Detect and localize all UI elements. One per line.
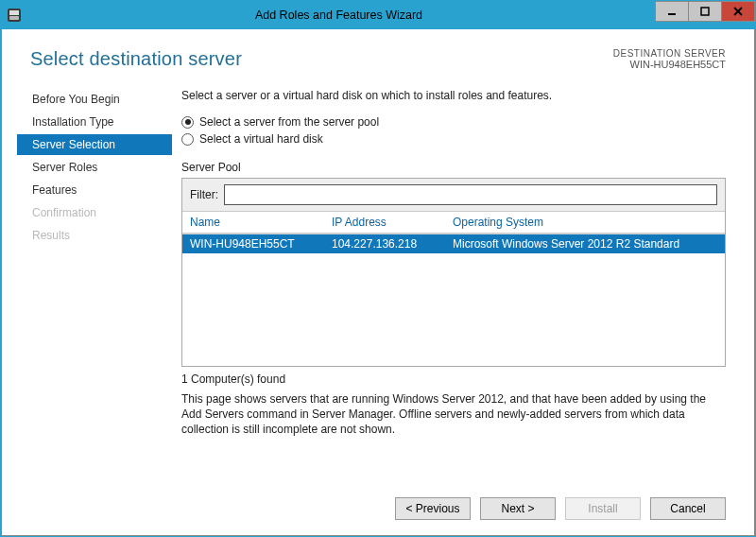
server-pool-box: Filter: Name IP Address Operating System… [181, 178, 726, 367]
main-content: Select a server or a virtual hard disk o… [172, 79, 754, 486]
radio-dot-icon [181, 133, 194, 146]
window-controls [656, 1, 755, 29]
maximize-button[interactable] [688, 1, 722, 22]
step-installation-type[interactable]: Installation Type [17, 112, 172, 132]
destination-label: DESTINATION SERVER [613, 48, 726, 59]
install-button: Install [565, 497, 641, 520]
destination-info: DESTINATION SERVER WIN-HU948EH55CT [613, 48, 726, 70]
filter-row: Filter: [182, 179, 725, 212]
previous-button[interactable]: < Previous [395, 497, 471, 520]
title-bar: Add Roles and Features Wizard [1, 1, 755, 29]
page-title: Select destination server [30, 48, 242, 70]
filter-input[interactable] [224, 184, 717, 205]
window-title: Add Roles and Features Wizard [22, 9, 656, 22]
col-ip[interactable]: IP Address [332, 216, 453, 229]
col-os[interactable]: Operating System [453, 216, 717, 229]
server-ip: 104.227.136.218 [332, 237, 453, 251]
radio-vhd-label: Select a virtual hard disk [199, 132, 323, 146]
computers-found-text: 1 Computer(s) found [181, 372, 726, 386]
svg-rect-1 [9, 10, 19, 15]
app-icon [7, 8, 22, 23]
step-results: Results [17, 225, 172, 246]
svg-rect-4 [701, 8, 709, 15]
info-note: This page shows servers that are running… [181, 391, 726, 438]
radio-server-pool-label: Select a server from the server pool [199, 115, 379, 129]
radio-dot-icon [181, 116, 194, 129]
server-row[interactable]: WIN-HU948EH55CT 104.227.136.218 Microsof… [182, 234, 725, 253]
step-confirmation: Confirmation [17, 202, 172, 223]
col-name[interactable]: Name [190, 216, 332, 229]
step-server-roles[interactable]: Server Roles [17, 157, 172, 178]
next-button[interactable]: Next > [480, 497, 556, 520]
server-pool-label: Server Pool [181, 161, 726, 174]
radio-vhd[interactable]: Select a virtual hard disk [181, 132, 726, 146]
close-button[interactable] [721, 1, 755, 22]
cancel-button[interactable]: Cancel [650, 497, 726, 520]
step-server-selection[interactable]: Server Selection [17, 134, 172, 155]
server-list: WIN-HU948EH55CT 104.227.136.218 Microsof… [182, 234, 725, 366]
radio-server-pool[interactable]: Select a server from the server pool [181, 115, 726, 129]
minimize-button[interactable] [655, 1, 689, 22]
intro-text: Select a server or a virtual hard disk o… [181, 89, 726, 102]
step-features[interactable]: Features [17, 180, 172, 200]
wizard-footer: < Previous Next > Install Cancel [2, 486, 754, 535]
filter-label: Filter: [190, 188, 218, 201]
step-before-you-begin[interactable]: Before You Begin [17, 89, 172, 110]
page-header: Select destination server DESTINATION SE… [2, 29, 754, 79]
server-list-header: Name IP Address Operating System [182, 212, 725, 234]
destination-value: WIN-HU948EH55CT [613, 59, 726, 70]
server-name: WIN-HU948EH55CT [190, 237, 332, 251]
server-os: Microsoft Windows Server 2012 R2 Standar… [453, 237, 717, 251]
wizard-steps: Before You Begin Installation Type Serve… [2, 79, 172, 486]
svg-rect-2 [9, 16, 19, 20]
